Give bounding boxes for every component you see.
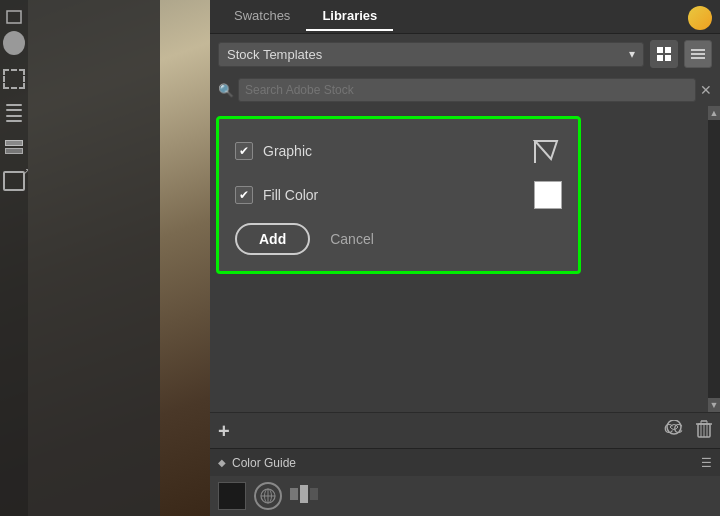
tool-circle-wrap[interactable] [3, 32, 25, 54]
svg-rect-4 [665, 55, 671, 61]
fill-color-swatch[interactable] [534, 181, 562, 209]
scroll-up-button[interactable]: ▲ [708, 106, 720, 120]
graphic-checkbox[interactable]: ✔ [235, 142, 253, 160]
svg-rect-0 [7, 11, 21, 23]
scrollbar[interactable]: ▲ ▼ [708, 106, 720, 412]
add-button[interactable]: Add [235, 223, 310, 255]
add-item-button[interactable]: + [218, 421, 230, 441]
add-to-library-dialog: ✔ Graphic ✔ Fill Color Add Can [216, 116, 581, 274]
search-icon: 🔍 [218, 83, 234, 98]
svg-rect-6 [691, 53, 705, 55]
graphic-row: ✔ Graphic [235, 135, 562, 167]
graphic-type-icon [530, 135, 562, 167]
color-guide-primary-swatch[interactable] [218, 482, 246, 510]
color-guide-content [210, 476, 720, 516]
search-bar: 🔍 ✕ [210, 74, 720, 106]
panel-bottom-bar: + CC [210, 412, 720, 448]
creative-cloud-icon[interactable]: CC [664, 420, 686, 442]
svg-rect-3 [657, 55, 663, 61]
dialog-buttons: Add Cancel [235, 223, 562, 255]
svg-marker-8 [535, 141, 557, 159]
wide-toolbar [28, 0, 160, 516]
svg-rect-2 [665, 47, 671, 53]
trash-icon[interactable] [696, 420, 712, 442]
tab-swatches[interactable]: Swatches [218, 2, 306, 31]
library-dropdown[interactable]: Stock Templates ▾ [218, 42, 644, 67]
graphic-label: Graphic [263, 143, 520, 159]
svg-rect-5 [691, 49, 705, 51]
user-avatar [688, 6, 712, 30]
tool-rect-icon[interactable] [3, 6, 25, 28]
color-guide-spread-icon[interactable] [290, 485, 320, 507]
fill-color-label: Fill Color [263, 187, 524, 203]
content-area: ▲ ▼ ✔ Graphic ✔ Fill Colo [210, 106, 720, 412]
color-guide-header: ◆ Color Guide ☰ [210, 448, 720, 476]
chevron-down-icon: ▾ [629, 47, 635, 61]
color-guide-harmony-icon[interactable] [254, 482, 282, 510]
tool-export-icon[interactable]: ↗ [3, 170, 25, 192]
cancel-button[interactable]: Cancel [330, 231, 374, 247]
panel-tabs: Swatches Libraries ☰ [210, 0, 720, 34]
tab-libraries[interactable]: Libraries [306, 2, 393, 31]
thin-toolbar: ↗ [0, 0, 28, 516]
bottom-icons: CC [664, 420, 712, 442]
main-panel: Swatches Libraries ☰ Stock Templates ▾ 🔍… [210, 0, 720, 516]
color-guide-title: Color Guide [232, 456, 296, 470]
search-input[interactable] [238, 78, 696, 102]
tool-layers-icon[interactable] [3, 136, 25, 158]
fill-color-checkbox[interactable]: ✔ [235, 186, 253, 204]
fill-color-row: ✔ Fill Color [235, 181, 562, 209]
svg-rect-26 [310, 488, 318, 500]
grid-view-button[interactable] [650, 40, 678, 68]
dropdown-bar: Stock Templates ▾ [210, 34, 720, 74]
tool-dotted-rect-icon[interactable] [3, 68, 25, 90]
svg-rect-24 [290, 488, 298, 500]
close-search-icon[interactable]: ✕ [700, 82, 712, 98]
svg-rect-25 [300, 485, 308, 503]
color-guide-menu-icon[interactable]: ☰ [701, 456, 712, 470]
list-view-button[interactable] [684, 40, 712, 68]
tool-ribs-icon[interactable] [3, 102, 25, 124]
scroll-down-button[interactable]: ▼ [708, 398, 720, 412]
svg-rect-7 [691, 57, 705, 59]
svg-rect-1 [657, 47, 663, 53]
color-guide-expand-icon[interactable]: ◆ [218, 457, 226, 468]
